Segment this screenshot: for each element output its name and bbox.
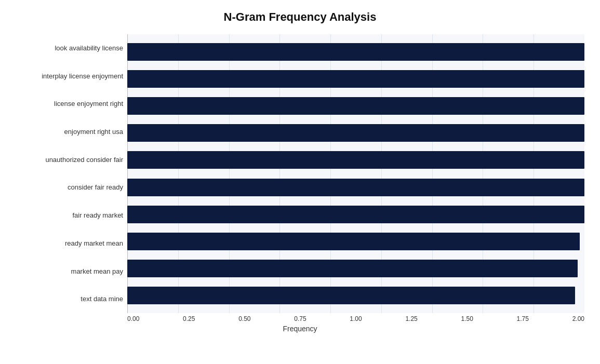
bar-row	[127, 122, 584, 144]
x-tick-label: 0.50	[238, 315, 250, 322]
bar-row	[127, 285, 584, 306]
x-tick-label: 1.75	[517, 315, 529, 322]
x-tick-label: 0.00	[127, 315, 139, 322]
bar-row	[127, 68, 584, 90]
chart-area: look availability licenseinterplay licen…	[16, 34, 584, 313]
x-tick-label: 0.75	[294, 315, 306, 322]
y-label: consider fair ready	[68, 183, 123, 192]
y-label: fair ready market	[72, 211, 123, 220]
chart-title: N-Gram Frequency Analysis	[224, 10, 377, 24]
y-label: enjoyment right usa	[64, 128, 123, 136]
x-tick-label: 1.00	[350, 315, 362, 322]
x-axis-labels: 0.000.250.500.751.001.251.501.752.00	[127, 315, 584, 322]
bar	[127, 260, 578, 277]
y-label: unauthorized consider fair	[45, 156, 123, 164]
bar-row	[127, 149, 584, 171]
bar	[127, 151, 584, 169]
bar-row	[127, 41, 584, 63]
bar	[127, 97, 584, 115]
chart-container: N-Gram Frequency Analysis look availabil…	[0, 0, 600, 364]
x-axis-spacer	[16, 315, 127, 322]
x-tick-label: 1.50	[461, 315, 473, 322]
y-label: text data mine	[81, 295, 123, 303]
bar	[127, 179, 584, 196]
x-tick-label: 0.25	[183, 315, 195, 322]
y-label: ready market mean	[65, 239, 123, 248]
bar-row	[127, 177, 584, 198]
bar	[127, 43, 584, 61]
bar	[127, 124, 584, 142]
y-axis: look availability licenseinterplay licen…	[16, 34, 127, 313]
bar-row	[127, 258, 584, 279]
x-tick-label: 2.00	[572, 315, 584, 322]
bar	[127, 233, 580, 250]
y-label: interplay license enjoyment	[42, 72, 123, 80]
x-axis: 0.000.250.500.751.001.251.501.752.00	[16, 315, 584, 322]
y-label: license enjoyment right	[54, 100, 123, 108]
bar-row	[127, 231, 584, 252]
x-tick-label: 1.25	[405, 315, 417, 322]
bar	[127, 206, 584, 223]
bar	[127, 70, 584, 88]
bar	[127, 287, 575, 304]
bar-row	[127, 204, 584, 225]
bar-row	[127, 95, 584, 117]
y-label: market mean pay	[71, 267, 123, 276]
x-axis-title: Frequency	[16, 325, 584, 333]
bars-grid	[127, 34, 584, 313]
y-label: look availability license	[55, 44, 123, 52]
